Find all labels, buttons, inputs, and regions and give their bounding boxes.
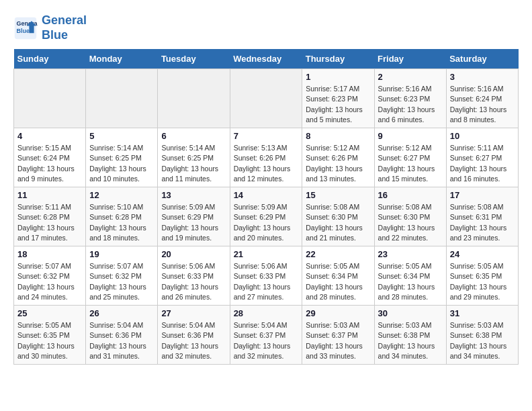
calendar-cell: 7Sunrise: 5:13 AM Sunset: 6:26 PM Daylig… — [230, 128, 302, 187]
day-info: Sunrise: 5:12 AM Sunset: 6:27 PM Dayligh… — [378, 143, 443, 184]
day-info: Sunrise: 5:08 AM Sunset: 6:30 PM Dayligh… — [378, 202, 443, 243]
day-number: 25 — [17, 308, 82, 318]
day-number: 4 — [17, 131, 82, 141]
day-number: 21 — [234, 249, 299, 259]
calendar-week-row: 11Sunrise: 5:11 AM Sunset: 6:28 PM Dayli… — [14, 187, 519, 246]
day-info: Sunrise: 5:16 AM Sunset: 6:24 PM Dayligh… — [450, 84, 515, 125]
calendar-cell: 23Sunrise: 5:05 AM Sunset: 6:34 PM Dayli… — [374, 246, 446, 306]
day-info: Sunrise: 5:03 AM Sunset: 6:38 PM Dayligh… — [450, 320, 515, 361]
calendar-cell: 11Sunrise: 5:11 AM Sunset: 6:28 PM Dayli… — [14, 187, 86, 246]
day-number: 15 — [306, 190, 370, 200]
calendar-cell — [230, 69, 302, 128]
day-number: 30 — [378, 308, 443, 318]
svg-text:General: General — [17, 20, 38, 27]
day-number: 28 — [234, 308, 299, 318]
day-info: Sunrise: 5:05 AM Sunset: 6:34 PM Dayligh… — [306, 261, 370, 302]
day-info: Sunrise: 5:13 AM Sunset: 6:26 PM Dayligh… — [234, 143, 299, 184]
calendar-cell: 26Sunrise: 5:04 AM Sunset: 6:36 PM Dayli… — [86, 306, 158, 365]
day-number: 8 — [306, 131, 370, 141]
calendar-cell: 29Sunrise: 5:03 AM Sunset: 6:37 PM Dayli… — [302, 306, 374, 365]
day-info: Sunrise: 5:14 AM Sunset: 6:25 PM Dayligh… — [161, 143, 226, 184]
calendar-week-row: 1Sunrise: 5:17 AM Sunset: 6:23 PM Daylig… — [14, 69, 519, 128]
calendar-cell: 15Sunrise: 5:08 AM Sunset: 6:30 PM Dayli… — [302, 187, 374, 246]
day-info: Sunrise: 5:04 AM Sunset: 6:37 PM Dayligh… — [234, 320, 299, 361]
calendar-cell: 1Sunrise: 5:17 AM Sunset: 6:23 PM Daylig… — [302, 69, 374, 128]
calendar-header-row: SundayMondayTuesdayWednesdayThursdayFrid… — [14, 49, 519, 69]
day-info: Sunrise: 5:09 AM Sunset: 6:29 PM Dayligh… — [161, 202, 226, 243]
day-info: Sunrise: 5:09 AM Sunset: 6:29 PM Dayligh… — [234, 202, 299, 243]
calendar-cell: 12Sunrise: 5:10 AM Sunset: 6:28 PM Dayli… — [86, 187, 158, 246]
day-number: 1 — [306, 72, 370, 82]
header-monday: Monday — [86, 49, 158, 69]
day-number: 18 — [17, 249, 82, 259]
logo-text: General Blue — [42, 13, 87, 42]
calendar-cell: 16Sunrise: 5:08 AM Sunset: 6:30 PM Dayli… — [374, 187, 446, 246]
calendar-cell: 6Sunrise: 5:14 AM Sunset: 6:25 PM Daylig… — [158, 128, 230, 187]
calendar-cell: 13Sunrise: 5:09 AM Sunset: 6:29 PM Dayli… — [158, 187, 230, 246]
calendar-cell: 27Sunrise: 5:04 AM Sunset: 6:36 PM Dayli… — [158, 306, 230, 365]
calendar-week-row: 18Sunrise: 5:07 AM Sunset: 6:32 PM Dayli… — [14, 246, 519, 306]
header-thursday: Thursday — [302, 49, 374, 69]
calendar-cell: 19Sunrise: 5:07 AM Sunset: 6:32 PM Dayli… — [86, 246, 158, 306]
calendar-table: SundayMondayTuesdayWednesdayThursdayFrid… — [13, 49, 519, 365]
calendar-cell: 20Sunrise: 5:06 AM Sunset: 6:33 PM Dayli… — [158, 246, 230, 306]
day-number: 13 — [161, 190, 226, 200]
header-sunday: Sunday — [14, 49, 86, 69]
logo: General Blue General Blue — [13, 13, 87, 42]
calendar-cell: 30Sunrise: 5:03 AM Sunset: 6:38 PM Dayli… — [374, 306, 446, 365]
calendar-cell: 2Sunrise: 5:16 AM Sunset: 6:23 PM Daylig… — [374, 69, 446, 128]
day-number: 22 — [306, 249, 370, 259]
day-info: Sunrise: 5:03 AM Sunset: 6:38 PM Dayligh… — [378, 320, 443, 361]
day-info: Sunrise: 5:14 AM Sunset: 6:25 PM Dayligh… — [89, 143, 154, 184]
page-header: General Blue General Blue — [13, 13, 519, 42]
day-info: Sunrise: 5:06 AM Sunset: 6:33 PM Dayligh… — [234, 261, 299, 302]
calendar-cell: 25Sunrise: 5:05 AM Sunset: 6:35 PM Dayli… — [14, 306, 86, 365]
calendar-cell: 3Sunrise: 5:16 AM Sunset: 6:24 PM Daylig… — [446, 69, 518, 128]
day-info: Sunrise: 5:16 AM Sunset: 6:23 PM Dayligh… — [378, 84, 443, 125]
day-info: Sunrise: 5:15 AM Sunset: 6:24 PM Dayligh… — [17, 143, 82, 184]
calendar-cell: 9Sunrise: 5:12 AM Sunset: 6:27 PM Daylig… — [374, 128, 446, 187]
calendar-cell: 8Sunrise: 5:12 AM Sunset: 6:26 PM Daylig… — [302, 128, 374, 187]
calendar-cell — [14, 69, 86, 128]
day-number: 16 — [378, 190, 443, 200]
day-number: 24 — [450, 249, 515, 259]
day-info: Sunrise: 5:07 AM Sunset: 6:32 PM Dayligh… — [89, 261, 154, 302]
day-info: Sunrise: 5:12 AM Sunset: 6:26 PM Dayligh… — [306, 143, 370, 184]
calendar-cell: 5Sunrise: 5:14 AM Sunset: 6:25 PM Daylig… — [86, 128, 158, 187]
svg-text:Blue: Blue — [17, 28, 30, 34]
day-number: 12 — [89, 190, 154, 200]
calendar-cell — [158, 69, 230, 128]
calendar-cell: 4Sunrise: 5:15 AM Sunset: 6:24 PM Daylig… — [14, 128, 86, 187]
header-saturday: Saturday — [446, 49, 518, 69]
day-number: 9 — [378, 131, 443, 141]
day-number: 23 — [378, 249, 443, 259]
day-number: 31 — [450, 308, 515, 318]
day-number: 19 — [89, 249, 154, 259]
day-info: Sunrise: 5:03 AM Sunset: 6:37 PM Dayligh… — [306, 320, 370, 361]
calendar-week-row: 25Sunrise: 5:05 AM Sunset: 6:35 PM Dayli… — [14, 306, 519, 365]
day-number: 14 — [234, 190, 299, 200]
day-info: Sunrise: 5:08 AM Sunset: 6:31 PM Dayligh… — [450, 202, 515, 243]
day-number: 3 — [450, 72, 515, 82]
day-info: Sunrise: 5:04 AM Sunset: 6:36 PM Dayligh… — [161, 320, 226, 361]
day-info: Sunrise: 5:05 AM Sunset: 6:34 PM Dayligh… — [378, 261, 443, 302]
day-info: Sunrise: 5:05 AM Sunset: 6:35 PM Dayligh… — [450, 261, 515, 302]
header-wednesday: Wednesday — [230, 49, 302, 69]
calendar-cell: 22Sunrise: 5:05 AM Sunset: 6:34 PM Dayli… — [302, 246, 374, 306]
calendar-cell: 14Sunrise: 5:09 AM Sunset: 6:29 PM Dayli… — [230, 187, 302, 246]
header-friday: Friday — [374, 49, 446, 69]
day-info: Sunrise: 5:06 AM Sunset: 6:33 PM Dayligh… — [161, 261, 226, 302]
day-info: Sunrise: 5:07 AM Sunset: 6:32 PM Dayligh… — [17, 261, 82, 302]
calendar-cell — [86, 69, 158, 128]
day-info: Sunrise: 5:11 AM Sunset: 6:28 PM Dayligh… — [17, 202, 82, 243]
day-info: Sunrise: 5:17 AM Sunset: 6:23 PM Dayligh… — [306, 84, 370, 125]
day-info: Sunrise: 5:11 AM Sunset: 6:27 PM Dayligh… — [450, 143, 515, 184]
day-info: Sunrise: 5:10 AM Sunset: 6:28 PM Dayligh… — [89, 202, 154, 243]
calendar-cell: 31Sunrise: 5:03 AM Sunset: 6:38 PM Dayli… — [446, 306, 518, 365]
logo-icon: General Blue — [13, 16, 38, 40]
day-number: 17 — [450, 190, 515, 200]
day-number: 5 — [89, 131, 154, 141]
header-tuesday: Tuesday — [158, 49, 230, 69]
day-number: 7 — [234, 131, 299, 141]
day-info: Sunrise: 5:05 AM Sunset: 6:35 PM Dayligh… — [17, 320, 82, 361]
